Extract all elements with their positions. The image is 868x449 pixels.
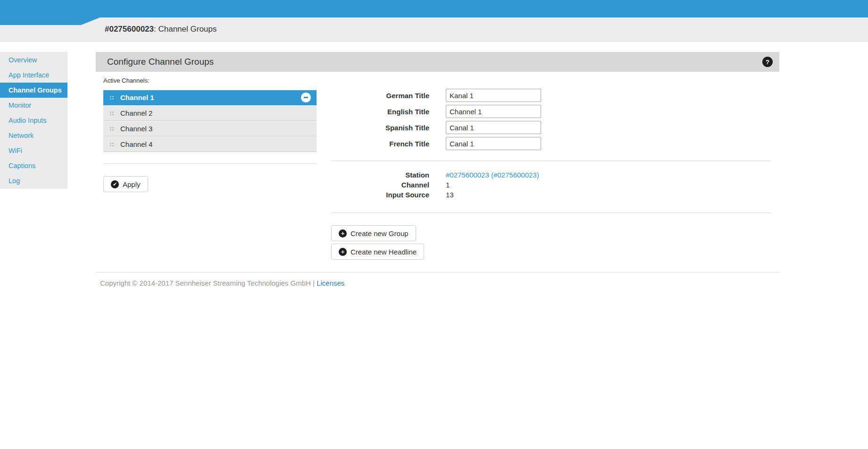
- sidebar-item-log[interactable]: Log: [0, 173, 67, 188]
- page-title: #0275600023: Channel Groups: [105, 25, 217, 34]
- page-title-suffix: : Channel Groups: [154, 25, 217, 34]
- station-link[interactable]: #0275600023 (#0275600023): [446, 170, 539, 180]
- form-row-german: German Title: [331, 89, 771, 102]
- licenses-link[interactable]: Licenses: [317, 279, 344, 287]
- french-title-label: French Title: [331, 140, 429, 148]
- copyright-text: Copyright © 2014-2017 Sennheiser Streami…: [100, 279, 311, 287]
- sidebar-item-overview[interactable]: Overview: [0, 52, 67, 68]
- brand-logo-tab: [0, 0, 100, 25]
- apply-button-label: Apply: [123, 180, 141, 188]
- input-source-label: Input Source: [331, 190, 429, 200]
- sidebar-item-app-interface[interactable]: App Interface: [0, 68, 67, 83]
- channel-row-1[interactable]: Channel 1: [103, 90, 317, 105]
- drag-handle-icon[interactable]: [110, 143, 111, 144]
- check-circle-icon: ✔: [111, 180, 119, 188]
- channel-list-column: Active Channels: Channel 1 Channel 2 Cha…: [103, 77, 317, 192]
- channel-value: 1: [446, 180, 450, 190]
- right-column-divider-top: [331, 161, 771, 161]
- sidebar-item-network[interactable]: Network: [0, 128, 67, 143]
- top-bar: [0, 0, 868, 17]
- active-channels-label: Active Channels:: [103, 77, 317, 85]
- form-row-spanish: Spanish Title: [331, 121, 771, 134]
- station-label: Station: [331, 170, 429, 180]
- channel-row-label: Channel 3: [120, 125, 152, 133]
- channel-details-column: German Title English Title Spanish Title…: [331, 89, 771, 260]
- create-buttons: + Create new Group + Create new Headline: [331, 225, 771, 260]
- sidebar-item-audio-inputs[interactable]: Audio Inputs: [0, 113, 67, 128]
- channel-row-3[interactable]: Channel 3: [103, 121, 317, 136]
- left-column-divider: [103, 163, 317, 164]
- help-icon[interactable]: ?: [762, 57, 773, 67]
- channel-label: Channel: [331, 180, 429, 190]
- remove-channel-icon[interactable]: [301, 93, 311, 102]
- channel-row-label: Channel 4: [120, 140, 152, 148]
- right-column-divider-bottom: [331, 212, 771, 213]
- sidebar-item-channel-groups[interactable]: Channel Groups: [0, 83, 67, 98]
- create-new-headline-button[interactable]: + Create new Headline: [331, 244, 424, 260]
- sidebar-nav: Overview App Interface Channel Groups Mo…: [0, 52, 67, 189]
- footer-separator: |: [313, 279, 315, 287]
- channel-list: Channel 1 Channel 2 Channel 3 Channel 4: [103, 90, 317, 152]
- info-row-station: Station #0275600023 (#0275600023): [331, 170, 771, 180]
- form-row-french: French Title: [331, 137, 771, 150]
- plus-circle-icon: +: [339, 248, 347, 256]
- german-title-field[interactable]: [446, 89, 541, 102]
- footer: Copyright © 2014-2017 Sennheiser Streami…: [100, 278, 344, 288]
- german-title-label: German Title: [331, 92, 429, 100]
- channel-info-block: Station #0275600023 (#0275600023) Channe…: [331, 170, 771, 200]
- sidebar-item-captions[interactable]: Captions: [0, 158, 67, 173]
- info-row-input-source: Input Source 13: [331, 190, 771, 200]
- sidebar-item-monitor[interactable]: Monitor: [0, 98, 67, 113]
- info-row-channel: Channel 1: [331, 180, 771, 190]
- drag-handle-icon[interactable]: [110, 127, 111, 128]
- page-header-band: #0275600023: Channel Groups: [0, 17, 868, 42]
- input-source-value: 13: [446, 190, 454, 200]
- english-title-field[interactable]: [446, 105, 541, 118]
- channel-row-label: Channel 2: [120, 109, 152, 117]
- panel-title: Configure Channel Groups: [107, 57, 214, 67]
- french-title-field[interactable]: [446, 137, 541, 150]
- panel-header: Configure Channel Groups ?: [96, 52, 779, 72]
- create-new-headline-label: Create new Headline: [351, 248, 417, 256]
- configure-channel-groups-panel: Configure Channel Groups ? Active Channe…: [96, 52, 779, 272]
- channel-row-label: Channel 1: [120, 93, 154, 102]
- form-row-english: English Title: [331, 105, 771, 118]
- channel-row-4[interactable]: Channel 4: [103, 137, 317, 152]
- panel-body: Active Channels: Channel 1 Channel 2 Cha…: [96, 72, 779, 272]
- drag-handle-icon[interactable]: [110, 111, 111, 113]
- channel-row-2[interactable]: Channel 2: [103, 106, 317, 121]
- apply-button[interactable]: ✔ Apply: [103, 176, 148, 192]
- sidebar-item-wifi[interactable]: WiFi: [0, 143, 67, 158]
- station-id: #0275600023: [105, 25, 154, 34]
- spanish-title-label: Spanish Title: [331, 124, 429, 132]
- english-title-label: English Title: [331, 108, 429, 116]
- plus-circle-icon: +: [339, 229, 347, 237]
- create-new-group-label: Create new Group: [351, 229, 409, 237]
- drag-handle-icon[interactable]: [110, 96, 111, 97]
- spanish-title-field[interactable]: [446, 121, 541, 134]
- create-new-group-button[interactable]: + Create new Group: [331, 225, 416, 241]
